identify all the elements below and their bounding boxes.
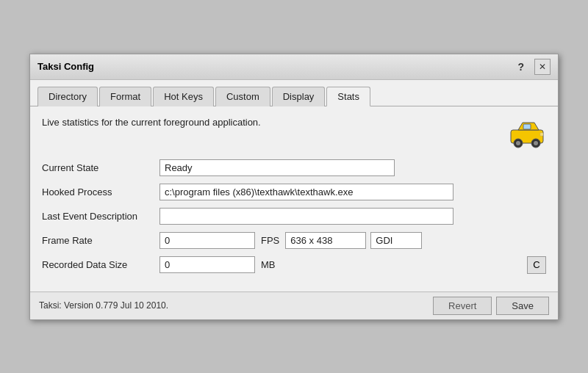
save-button[interactable]: Save xyxy=(496,297,549,315)
current-state-label: Current State xyxy=(42,162,159,173)
recorded-data-label: Recorded Data Size xyxy=(42,259,159,270)
hooked-process-row: Hooked Process xyxy=(42,184,546,200)
current-state-input[interactable] xyxy=(159,159,395,176)
frame-rate-row: Frame Rate FPS xyxy=(42,232,546,249)
description-text: Live statistics for the current foregrou… xyxy=(42,117,261,128)
tab-display[interactable]: Display xyxy=(272,87,326,106)
hooked-process-input[interactable] xyxy=(159,184,453,200)
title-bar-right: ? ✕ xyxy=(513,59,551,75)
tab-custom[interactable]: Custom xyxy=(215,87,270,106)
tab-bar: Directory Format Hot Keys Custom Display… xyxy=(30,80,558,106)
revert-button[interactable]: Revert xyxy=(433,297,492,315)
last-event-input[interactable] xyxy=(159,208,453,225)
car-svg xyxy=(508,117,546,149)
last-event-label: Last Event Description xyxy=(42,211,159,222)
last-event-row: Last Event Description xyxy=(42,208,546,225)
stats-content: Live statistics for the current foregrou… xyxy=(30,106,558,291)
svg-point-5 xyxy=(516,141,520,145)
tab-directory[interactable]: Directory xyxy=(37,87,98,106)
mb-label: MB xyxy=(261,259,276,270)
close-button[interactable]: ✕ xyxy=(534,59,551,75)
title-bar-left: Taksi Config xyxy=(37,61,94,72)
recorded-data-input[interactable] xyxy=(159,256,255,273)
footer: Taksi: Version 0.779 Jul 10 2010. Revert… xyxy=(30,291,558,319)
recorded-data-row: Recorded Data Size MB C xyxy=(42,256,546,274)
version-text: Taksi: Version 0.779 Jul 10 2010. xyxy=(39,300,168,311)
footer-buttons: Revert Save xyxy=(433,297,549,315)
tab-format[interactable]: Format xyxy=(99,87,151,106)
svg-rect-2 xyxy=(523,124,531,129)
frame-rate-label: Frame Rate xyxy=(42,235,159,246)
fps-label: FPS xyxy=(261,235,279,246)
svg-rect-7 xyxy=(540,133,543,136)
app-icon xyxy=(508,117,546,149)
frame-rate-input[interactable] xyxy=(159,232,255,249)
description-row: Live statistics for the current foregrou… xyxy=(42,117,546,149)
tab-hotkeys[interactable]: Hot Keys xyxy=(153,87,214,106)
main-window: Taksi Config ? ✕ Directory Format Hot Ke… xyxy=(29,54,559,320)
gdi-input[interactable] xyxy=(370,232,422,249)
title-bar: Taksi Config ? ✕ xyxy=(30,54,558,80)
help-button[interactable]: ? xyxy=(513,59,528,74)
dimensions-input[interactable] xyxy=(285,232,366,249)
tab-stats[interactable]: Stats xyxy=(326,87,370,106)
window-title: Taksi Config xyxy=(37,61,94,72)
clear-button[interactable]: C xyxy=(527,256,546,274)
svg-point-6 xyxy=(534,141,538,145)
hooked-process-label: Hooked Process xyxy=(42,186,159,198)
current-state-row: Current State xyxy=(42,159,546,176)
